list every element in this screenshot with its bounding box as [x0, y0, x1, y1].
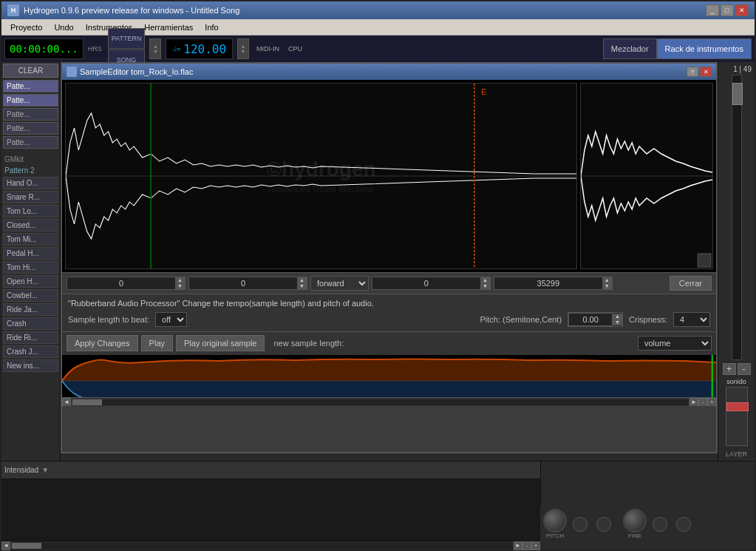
sidebar-pattern-5[interactable]: Patte... — [3, 136, 58, 149]
volume-select[interactable]: volume pitch — [638, 336, 712, 351]
close-button[interactable]: ✕ — [735, 4, 749, 16]
sidebar-instrument-closed[interactable]: Closed... — [3, 219, 58, 231]
spin-length-down[interactable]: ▼ — [602, 283, 612, 289]
sidebar-instrument-pedal[interactable]: Pedal H... — [3, 247, 58, 260]
spin-start-up[interactable]: ▲ — [175, 277, 185, 283]
scroll-track — [72, 399, 688, 405]
sidebar-instrument-open[interactable]: Open H... — [3, 275, 58, 288]
play-original-button[interactable]: Play original sample — [176, 335, 265, 351]
minus-button[interactable]: - — [738, 363, 751, 375]
sidebar-pattern-3[interactable]: Patte... — [3, 108, 58, 121]
pitch-arrow-right[interactable] — [596, 517, 611, 532]
apply-changes-button[interactable]: Apply Changes — [67, 335, 138, 351]
spin-start-value[interactable] — [67, 277, 175, 289]
fine-knob-area: FINE — [623, 509, 647, 539]
rubberband-controls: Sample length to beat: off 1 2 4 Pitch: … — [68, 312, 710, 327]
sidebar-instrument-rideri[interactable]: Ride Ri... — [3, 331, 58, 344]
scroll-left-button[interactable]: ◄ — [62, 398, 71, 407]
horizontal-scrollbar[interactable]: ◄ ► - + — [62, 397, 716, 406]
bottom-scroll-track — [12, 543, 512, 549]
scroll-right-button[interactable]: ► — [689, 398, 698, 407]
zoom-waveform-svg — [581, 84, 712, 268]
mini-waveform[interactable]: ◄ ► - + — [62, 354, 716, 406]
spin-end-value[interactable] — [189, 277, 297, 289]
right-fader[interactable] — [726, 387, 748, 446]
sidebar-instrument-new[interactable]: New ins... — [3, 359, 58, 372]
pattern-button[interactable]: PATTERN — [108, 28, 146, 49]
mezclador-tab[interactable]: Mezclador — [603, 38, 657, 59]
fine-knob[interactable] — [623, 509, 647, 533]
dialog-help-button[interactable]: ? — [687, 67, 698, 77]
sidebar-instrument-snare[interactable]: Snare R... — [3, 191, 58, 203]
menu-info[interactable]: Info — [199, 21, 224, 33]
waveform-main[interactable]: E ©hydrogen Advanced Drum Machine — [65, 83, 577, 269]
rack-tab[interactable]: Rack de instrumentos — [657, 38, 752, 59]
zoom-in-button[interactable]: + — [707, 398, 716, 407]
sidebar-instrument-crash1[interactable]: Crash — [3, 317, 58, 330]
sidebar-instrument-tommi[interactable]: Tom Mi... — [3, 233, 58, 246]
spin-loop-arrows: ▲ ▼ — [480, 277, 490, 290]
sidebar-instrument-hand[interactable]: Hand O... — [3, 177, 58, 189]
sample-length-select[interactable]: off 1 2 4 — [155, 312, 187, 327]
spin-end-down[interactable]: ▼ — [297, 283, 307, 289]
bottom-zoom-out[interactable]: - — [522, 541, 531, 550]
sample-editor: SampleEditor tom_Rock_lo.flac ? ✕ — [61, 62, 718, 453]
sidebar-instrument-cowbel[interactable]: Cowbel... — [3, 289, 58, 302]
spin-start: ▲ ▼ — [67, 277, 185, 291]
pitch-arrow-left[interactable] — [573, 517, 588, 532]
spin-length-value[interactable] — [494, 277, 602, 289]
pitch-knob[interactable] — [543, 509, 567, 533]
minimize-button[interactable]: _ — [706, 4, 719, 16]
bottom-h-scrollbar[interactable]: ◄ ► - + — [1, 541, 540, 550]
spin-loop-value[interactable] — [372, 277, 480, 289]
spin-length-up[interactable]: ▲ — [602, 277, 612, 283]
waveform-zoom[interactable] — [580, 83, 713, 269]
new-sample-label: new sample length: — [273, 339, 344, 348]
sidebar-instrument-crashj[interactable]: Crash J... — [3, 345, 58, 358]
title-bar-left: H Hydrogen 0.9.6 preview release for win… — [7, 4, 239, 16]
fine-arrow-left[interactable] — [653, 517, 667, 532]
pitch-value[interactable] — [568, 313, 613, 326]
spin-loop-up[interactable]: ▲ — [480, 277, 490, 283]
pitch-up[interactable]: ▲ — [613, 314, 622, 320]
zoom-out-button[interactable]: - — [698, 398, 707, 407]
bottom-scroll-left[interactable]: ◄ — [1, 541, 10, 550]
bottom-pattern-area — [1, 479, 540, 541]
spin-loop-down[interactable]: ▼ — [480, 283, 490, 289]
dialog-icon — [67, 67, 77, 77]
intensidad-arrow[interactable]: ▼ — [41, 466, 49, 474]
sidebar-instrument-tomlo[interactable]: Tom Lo... — [3, 205, 58, 217]
scroll-thumb[interactable] — [72, 399, 102, 405]
crispness-select[interactable]: 4 1 2 3 5 — [673, 312, 710, 327]
crispness-label: Crispness: — [629, 315, 667, 324]
menu-herramientas[interactable]: Herramientas — [138, 21, 199, 33]
maximize-button[interactable]: □ — [721, 4, 734, 16]
play-button[interactable]: Play — [141, 335, 173, 351]
sidebar-instrument-rideja[interactable]: Ride Ja... — [3, 303, 58, 316]
time-display: 00:00:00... — [4, 38, 84, 59]
clear-button[interactable]: CLEAR — [3, 64, 58, 78]
fine-arrow-right[interactable] — [676, 517, 691, 532]
bottom-scroll-thumb[interactable] — [12, 543, 41, 549]
right-scroll-area[interactable] — [732, 75, 742, 360]
dialog-title-left: SampleEditor tom_Rock_lo.flac — [67, 67, 193, 77]
fader-thumb[interactable] — [726, 402, 749, 411]
plus-button[interactable]: + — [723, 363, 736, 375]
spin-length-arrows: ▲ ▼ — [602, 277, 612, 290]
spin-end-up[interactable]: ▲ — [297, 277, 307, 283]
right-scroll-thumb[interactable] — [732, 83, 743, 105]
bottom-zoom-in[interactable]: + — [531, 541, 540, 550]
cerrar-button[interactable]: Cerrar — [670, 276, 712, 291]
spin-start-down[interactable]: ▼ — [175, 283, 185, 289]
sidebar-pattern-4[interactable]: Patte... — [3, 122, 58, 135]
sidebar-pattern-1[interactable]: Patte... — [3, 80, 58, 92]
menu-undo[interactable]: Undo — [48, 21, 79, 33]
app-window: H Hydrogen 0.9.6 preview release for win… — [0, 0, 756, 551]
dialog-close-button[interactable]: ✕ — [700, 67, 712, 77]
bottom-scroll-right[interactable]: ► — [514, 541, 522, 550]
pitch-down[interactable]: ▼ — [613, 320, 622, 325]
sidebar-pattern-2[interactable]: Patte... — [3, 94, 58, 107]
menu-proyecto[interactable]: Proyecto — [4, 21, 48, 33]
sidebar-instrument-tomhi[interactable]: Tom Hi... — [3, 261, 58, 274]
direction-select[interactable]: forward backward ping-pong — [310, 276, 369, 291]
